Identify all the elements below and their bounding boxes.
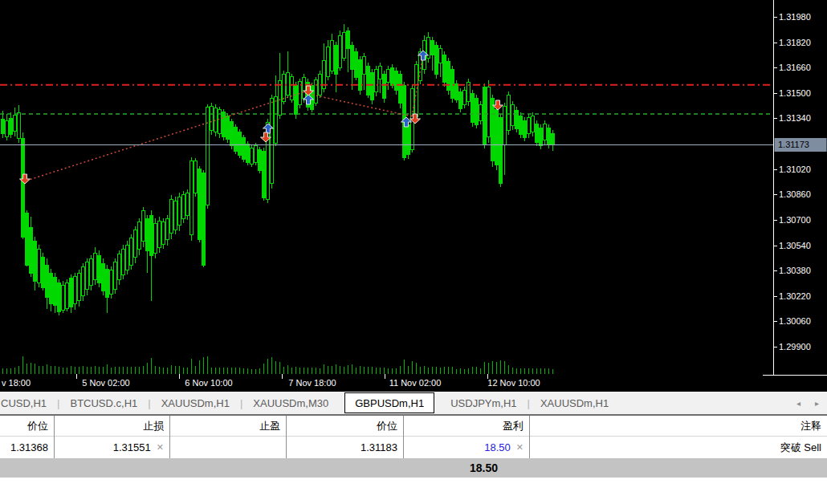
tab-xauusdm-h1[interactable]: XAUUSDm,H1 — [151, 392, 240, 414]
candle-body — [487, 87, 491, 136]
candle-body — [26, 213, 29, 265]
candle-body — [327, 47, 330, 76]
candle-body — [323, 60, 326, 88]
time-axis-label: v 18:00 — [2, 378, 31, 388]
mt4-terminal-window: 1.319801.318201.316601.315001.313401.310… — [0, 0, 827, 504]
time-axis-label: 11 Nov 02:00 — [389, 378, 442, 388]
column-header: 止盈 — [170, 416, 286, 437]
order-panel-col-takeprofit: 止盈 — [170, 416, 287, 458]
candle-body — [499, 117, 503, 183]
clear-stop-loss-button[interactable]: ✕ — [157, 442, 164, 453]
candle-body — [94, 253, 97, 279]
order-panel-col-price1: 价位 1.31368 — [0, 416, 55, 458]
candle-body — [552, 133, 555, 144]
chart-canvas[interactable]: 1.319801.318201.316601.315001.313401.310… — [0, 0, 827, 392]
candle-body — [206, 107, 210, 205]
column-header: 价位 — [287, 416, 403, 437]
candle-body — [451, 69, 454, 98]
candle-body — [435, 45, 438, 74]
clear-profit-button[interactable]: ✕ — [516, 442, 523, 453]
candle-body — [130, 238, 133, 265]
candle-body — [142, 210, 145, 241]
order-panel: 价位 1.31368 止损 1.31551 ✕ 止盈 价位 1.31183 盈利… — [0, 415, 827, 458]
candle-body — [138, 222, 141, 249]
tab-btcusd-c-h1[interactable]: BTCUSD.c,H1 — [59, 392, 148, 414]
candle-body — [122, 249, 125, 274]
candle-body — [495, 109, 499, 165]
order-comment-value: 突破 Sell — [530, 437, 827, 458]
candle-body — [114, 262, 117, 289]
candle-body — [90, 258, 93, 285]
candle-body — [259, 149, 262, 170]
candle-body — [86, 262, 89, 289]
candle-body — [536, 124, 539, 142]
candle-body — [198, 169, 202, 239]
candle-body — [315, 79, 318, 103]
candle-body — [226, 116, 230, 139]
candle-body — [22, 138, 25, 237]
profit-summary-bar: 18.50 — [0, 458, 827, 478]
price-axis-label: 1.31820 — [779, 38, 811, 47]
candle-body — [214, 108, 218, 132]
candle-body — [343, 32, 346, 58]
price-axis-label: 1.30700 — [779, 215, 811, 225]
tab-scroll-left-button[interactable]: ◂ — [796, 399, 801, 408]
candle-body — [391, 67, 394, 85]
price-axis-label: 1.30060 — [779, 316, 811, 326]
stop-loss-value: 1.31551 — [113, 441, 151, 453]
price-axis-label: 1.30220 — [779, 291, 811, 301]
candle-body — [395, 71, 398, 90]
order-panel-col-stoploss: 止损 1.31551 ✕ — [55, 416, 170, 458]
tab-xauusdm-m30[interactable]: XAUUSDm,M30 — [242, 392, 339, 414]
price-axis-label: 1.31500 — [779, 88, 811, 98]
tab-scroll-right-button[interactable]: ▸ — [815, 399, 819, 408]
time-axis-label: 12 Nov 10:00 — [487, 378, 540, 388]
candle-body — [283, 74, 286, 101]
candle-body — [363, 56, 366, 74]
candle-body — [532, 116, 535, 132]
total-profit-value: 18.50 — [470, 458, 498, 478]
column-header: 止损 — [55, 416, 169, 437]
candle-body — [194, 161, 198, 193]
candle-body — [515, 110, 519, 128]
candle-body — [303, 77, 306, 98]
candle-body — [367, 66, 370, 95]
candle-body — [234, 127, 238, 151]
candle-body — [507, 95, 511, 130]
time-axis-label: 6 Nov 10:00 — [185, 378, 232, 388]
candle-body — [166, 218, 169, 239]
column-header: 价位 — [0, 416, 54, 437]
candle-body — [54, 277, 57, 305]
candle-body — [475, 98, 479, 124]
candle-body — [126, 245, 129, 270]
candle-body — [218, 109, 222, 133]
candle-body — [415, 64, 418, 116]
candle-body — [347, 30, 350, 48]
order-price-value: 1.31183 — [287, 437, 403, 458]
candle-body — [359, 59, 362, 90]
tab-cusd-h1[interactable]: CUSD,H1 — [0, 392, 57, 414]
tab-scroll-buttons: ◂ ▸ — [796, 392, 819, 415]
candle-body — [371, 72, 374, 100]
profit-value: 18.50 — [484, 441, 511, 453]
order-panel-col-comment: 注释 突破 Sell — [530, 416, 827, 458]
order-panel-col-profit: 盈利 18.50 ✕ — [404, 416, 530, 458]
candle-body — [150, 215, 153, 255]
candle-body — [62, 285, 65, 310]
candle-body — [523, 120, 527, 137]
candle-body — [379, 66, 382, 79]
tab-gbpusdm-h1[interactable]: GBPUSDm,H1 — [344, 392, 434, 413]
price-axis-label: 1.31020 — [779, 165, 811, 174]
candle-body — [255, 145, 258, 162]
candle-body — [110, 270, 113, 294]
candle-body — [271, 98, 274, 183]
candle-body — [548, 128, 551, 144]
candle-body — [2, 119, 5, 133]
candle-body — [544, 124, 547, 140]
candle-body — [459, 91, 462, 108]
candle-body — [58, 282, 61, 311]
candle-body — [118, 254, 121, 279]
tab-usdjpym-h1[interactable]: USDJPYm,H1 — [440, 392, 527, 414]
tab-xauusdm-h1[interactable]: XAUUSDm,H1 — [530, 392, 619, 414]
take-profit-value — [170, 437, 286, 458]
